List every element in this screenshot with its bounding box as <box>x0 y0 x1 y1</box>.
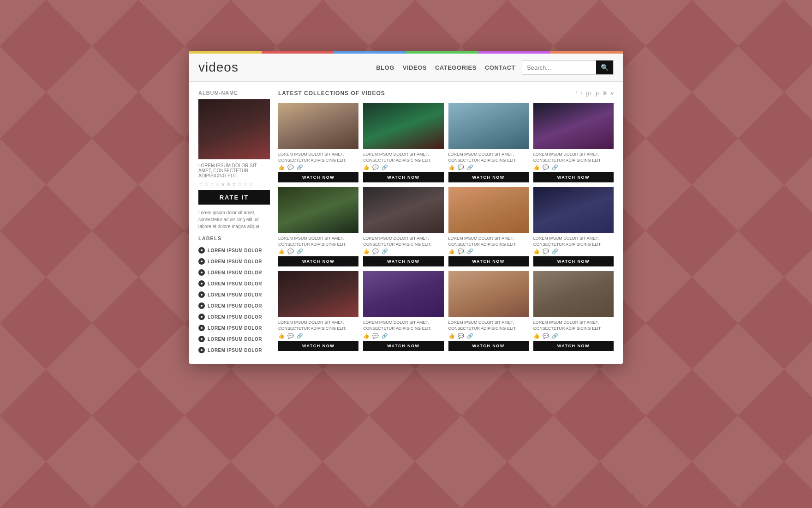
label-dot <box>198 314 205 320</box>
star-rating: ☆ ☆ ☆ ☆ ★ ★ ☆ ☆ ☆ ☆ <box>198 181 270 187</box>
share-icon[interactable]: 🔗 <box>297 333 303 339</box>
like-icon[interactable]: 👍 <box>278 248 285 254</box>
share-icon[interactable]: 🔗 <box>552 248 558 254</box>
nav-contact[interactable]: CONTACT <box>485 64 515 71</box>
like-icon[interactable]: 👍 <box>533 164 540 170</box>
pinterest-icon[interactable]: p <box>596 90 599 97</box>
label-dot <box>198 347 205 353</box>
watch-now-button[interactable]: WATCH NOW <box>448 256 529 266</box>
share-icon[interactable]: 🔗 <box>297 164 303 170</box>
watch-now-button[interactable]: WATCH NOW <box>363 172 443 182</box>
search-bar: 🔍 <box>522 60 614 75</box>
video-thumbnail <box>448 271 529 317</box>
content-title: LATEST COLLECTIONS OF VIDEOS <box>278 90 385 97</box>
watch-now-button[interactable]: WATCH NOW <box>448 172 529 182</box>
comment-icon[interactable]: 💬 <box>372 164 379 170</box>
labels-list: LOREM IPSUM DOLORLOREM IPSUM DOLORLOREM … <box>198 245 270 356</box>
label-item[interactable]: LOREM IPSUM DOLOR <box>198 333 270 345</box>
video-action-icons: 👍 💬 🔗 <box>278 333 358 339</box>
search-input[interactable] <box>522 61 596 74</box>
share-icon[interactable]: 🔗 <box>382 248 388 254</box>
label-text: LOREM IPSUM DOLOR <box>208 270 262 275</box>
like-icon[interactable]: 👍 <box>363 333 370 339</box>
video-thumbnail <box>363 187 443 233</box>
dribbble-icon[interactable]: ❋ <box>603 90 607 97</box>
nav-videos[interactable]: VIDEOS <box>403 64 427 71</box>
label-item[interactable]: LOREM IPSUM DOLOR <box>198 256 270 267</box>
share-icon[interactable]: 🔗 <box>467 333 473 339</box>
video-thumbnail <box>278 103 358 149</box>
comment-icon[interactable]: 💬 <box>458 333 464 339</box>
comment-icon[interactable]: 💬 <box>372 333 379 339</box>
like-icon[interactable]: 👍 <box>363 164 370 170</box>
label-item[interactable]: LOREM IPSUM DOLOR <box>198 289 270 300</box>
search-button[interactable]: 🔍 <box>596 60 613 74</box>
social-icons: f t g+ p ❋ v <box>575 90 614 97</box>
watch-now-button[interactable]: WATCH NOW <box>278 172 358 182</box>
share-icon[interactable]: 🔗 <box>382 333 388 339</box>
like-icon[interactable]: 👍 <box>278 164 285 170</box>
like-icon[interactable]: 👍 <box>278 333 285 339</box>
label-dot <box>198 280 205 287</box>
like-icon[interactable]: 👍 <box>448 333 455 339</box>
share-icon[interactable]: 🔗 <box>552 164 558 170</box>
nav-blog[interactable]: BLOG <box>376 64 394 71</box>
label-item[interactable]: LOREM IPSUM DOLOR <box>198 267 270 278</box>
label-item[interactable]: LOREM IPSUM DOLOR <box>198 278 270 289</box>
label-dot <box>198 258 205 265</box>
label-item[interactable]: LOREM IPSUM DOLOR <box>198 311 270 322</box>
watch-now-button[interactable]: WATCH NOW <box>533 256 614 266</box>
label-dot <box>198 269 205 276</box>
star-7: ☆ <box>232 181 237 187</box>
share-icon[interactable]: 🔗 <box>467 164 473 170</box>
like-icon[interactable]: 👍 <box>533 333 540 339</box>
comment-icon[interactable]: 💬 <box>543 248 549 254</box>
nav-categories[interactable]: CATEGORIES <box>435 64 477 71</box>
label-item[interactable]: LOREM IPSUM DOLOR <box>198 245 270 256</box>
watch-now-button[interactable]: WATCH NOW <box>278 341 358 351</box>
comment-icon[interactable]: 💬 <box>458 248 464 254</box>
facebook-icon[interactable]: f <box>575 90 577 97</box>
rate-button[interactable]: RATE IT <box>198 190 270 205</box>
like-icon[interactable]: 👍 <box>448 164 455 170</box>
watch-now-button[interactable]: WATCH NOW <box>533 341 614 351</box>
labels-title: LABELS <box>198 236 270 241</box>
video-grid: LOREM IPSUM DOLOR SIT AMET, CONSECTETUR … <box>278 103 614 351</box>
watch-now-button[interactable]: WATCH NOW <box>363 256 443 266</box>
label-dot <box>198 336 205 342</box>
label-dot <box>198 325 205 331</box>
share-icon[interactable]: 🔗 <box>467 248 473 254</box>
like-icon[interactable]: 👍 <box>448 248 455 254</box>
vimeo-icon[interactable]: v <box>611 90 614 97</box>
like-icon[interactable]: 👍 <box>533 248 540 254</box>
nav: BLOG VIDEOS CATEGORIES CONTACT <box>376 64 515 71</box>
comment-icon[interactable]: 💬 <box>543 164 549 170</box>
watch-now-button[interactable]: WATCH NOW <box>448 341 529 351</box>
label-item[interactable]: LOREM IPSUM DOLOR <box>198 345 270 356</box>
comment-icon[interactable]: 💬 <box>287 333 294 339</box>
content-area: LATEST COLLECTIONS OF VIDEOS f t g+ p ❋ … <box>278 90 614 356</box>
google-plus-icon[interactable]: g+ <box>586 90 592 97</box>
star-9: ☆ <box>243 181 248 187</box>
comment-icon[interactable]: 💬 <box>287 248 294 254</box>
comment-icon[interactable]: 💬 <box>543 333 549 339</box>
label-text: LOREM IPSUM DOLOR <box>208 303 262 308</box>
comment-icon[interactable]: 💬 <box>287 164 294 170</box>
comment-icon[interactable]: 💬 <box>458 164 464 170</box>
share-icon[interactable]: 🔗 <box>297 248 303 254</box>
twitter-icon[interactable]: t <box>580 90 582 97</box>
comment-icon[interactable]: 💬 <box>372 248 379 254</box>
share-icon[interactable]: 🔗 <box>382 164 388 170</box>
video-card: LOREM IPSUM DOLOR SIT AMET, CONSECTETUR … <box>448 187 529 266</box>
video-action-icons: 👍 💬 🔗 <box>278 248 358 254</box>
label-item[interactable]: LOREM IPSUM DOLOR <box>198 300 270 311</box>
video-thumbnail <box>533 271 614 317</box>
watch-now-button[interactable]: WATCH NOW <box>533 172 614 182</box>
share-icon[interactable]: 🔗 <box>552 333 558 339</box>
watch-now-button[interactable]: WATCH NOW <box>363 341 443 351</box>
sidebar-long-desc: Lorem ipsum dolor sit amet, consectetur … <box>198 209 270 230</box>
watch-now-button[interactable]: WATCH NOW <box>278 256 358 266</box>
label-item[interactable]: LOREM IPSUM DOLOR <box>198 322 270 333</box>
like-icon[interactable]: 👍 <box>363 248 370 254</box>
logo: videos <box>198 60 239 75</box>
